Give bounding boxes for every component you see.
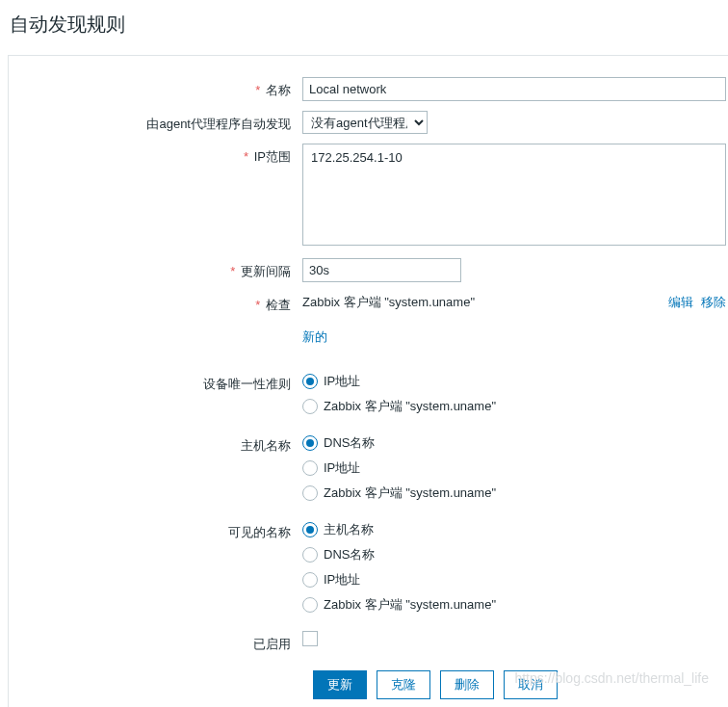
- visiblename-label: 可见的名称: [9, 519, 302, 541]
- radio-icon: [302, 485, 318, 501]
- unique-radio-zabbix[interactable]: Zabbix 客户端 "system.uname": [302, 398, 728, 415]
- hostname-radio-dns[interactable]: DNS名称: [302, 434, 728, 452]
- radio-icon: [302, 547, 318, 563]
- interval-input[interactable]: [302, 258, 461, 282]
- iprange-label: * IP范围: [9, 144, 302, 166]
- checks-label: * 检查: [9, 292, 302, 314]
- visiblename-radio-ip[interactable]: IP地址: [302, 571, 728, 589]
- radio-icon: [302, 460, 318, 476]
- proxy-label: 由agent代理程序自动发现: [9, 111, 302, 133]
- visiblename-radio-zabbix[interactable]: Zabbix 客户端 "system.uname": [302, 596, 728, 614]
- hostname-label: 主机名称: [9, 432, 302, 455]
- clone-button[interactable]: 克隆: [377, 670, 430, 699]
- check-remove-link[interactable]: 移除: [701, 294, 726, 311]
- visiblename-radio-dns[interactable]: DNS名称: [302, 546, 728, 563]
- delete-button[interactable]: 删除: [440, 670, 494, 699]
- check-new-link[interactable]: 新的: [302, 328, 327, 346]
- check-edit-link[interactable]: 编辑: [668, 294, 693, 311]
- radio-icon: [302, 522, 318, 537]
- proxy-select[interactable]: 没有agent代理程序: [302, 111, 428, 134]
- radio-icon: [302, 597, 318, 613]
- check-text: Zabbix 客户端 "system.uname": [302, 294, 475, 311]
- enabled-label: 已启用: [9, 631, 302, 653]
- unique-radio-ip[interactable]: IP地址: [302, 373, 728, 390]
- radio-icon: [302, 435, 318, 451]
- visiblename-radio-host[interactable]: 主机名称: [302, 521, 728, 538]
- radio-icon: [302, 399, 318, 414]
- iprange-textarea[interactable]: 172.25.254.1-10: [302, 144, 726, 246]
- interval-label: * 更新间隔: [9, 258, 302, 280]
- radio-icon: [302, 572, 318, 588]
- page-title: 自动发现规则: [0, 0, 728, 55]
- check-row: Zabbix 客户端 "system.uname" 编辑 移除: [302, 292, 726, 315]
- hostname-radio-zabbix[interactable]: Zabbix 客户端 "system.uname": [302, 484, 728, 502]
- hostname-radio-ip[interactable]: IP地址: [302, 459, 728, 477]
- name-label: * 名称: [9, 77, 302, 99]
- unique-label: 设备唯一性准则: [9, 371, 302, 393]
- form-panel: * 名称 由agent代理程序自动发现 没有agent代理程序 * IP范围 1…: [8, 55, 728, 707]
- update-button[interactable]: 更新: [313, 670, 367, 699]
- unique-radio-group: IP地址 Zabbix 客户端 "system.uname": [302, 371, 728, 415]
- button-row: 更新 克隆 删除 取消: [313, 670, 728, 699]
- cancel-button[interactable]: 取消: [504, 670, 558, 699]
- radio-icon: [302, 374, 318, 389]
- hostname-radio-group: DNS名称 IP地址 Zabbix 客户端 "system.uname": [302, 432, 728, 502]
- enabled-checkbox[interactable]: [302, 631, 318, 646]
- visiblename-radio-group: 主机名称 DNS名称 IP地址 Zabbix 客户端 "system.uname…: [302, 519, 728, 614]
- name-input[interactable]: [302, 77, 726, 101]
